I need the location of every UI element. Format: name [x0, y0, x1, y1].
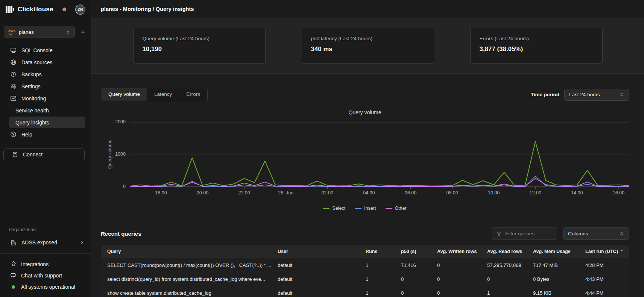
table-row[interactable]: show create table system.distributed_cac… [101, 286, 629, 297]
sidebar-top: ClickHouse ZN [0, 3, 91, 16]
chevron-updown-icon [619, 92, 624, 97]
table-cell: 4:28 PM [585, 262, 629, 268]
table-cell: 1 [366, 262, 401, 268]
notification-dot [62, 8, 66, 11]
connect-button[interactable]: Connect [3, 148, 85, 160]
sidebar: ClickHouse ZN aws planes SQL Console Dat… [0, 0, 91, 297]
gridline [130, 122, 629, 123]
time-period-select[interactable]: Last 24 hours [564, 89, 629, 101]
organization-row[interactable]: ADSB.exposed [9, 237, 85, 248]
x-tick-mark [452, 187, 453, 189]
chevron-updown-icon [619, 231, 624, 236]
x-tick-label: 12:00 [530, 190, 541, 195]
chat-icon [10, 273, 16, 279]
sidebar-item-label: Help [21, 132, 32, 138]
legend-item-insert[interactable]: Insert [355, 206, 376, 211]
sidebar-nav: SQL Console Data sources Backups Setting… [0, 44, 91, 141]
table-cell: 1 [366, 290, 401, 296]
sidebar-divider [0, 253, 91, 254]
sidebar-item-chat-support[interactable]: Chat with support [9, 270, 85, 281]
sidebar-item-label: Backups [21, 71, 42, 77]
y-tick-label: 0 [101, 184, 126, 189]
avatar[interactable]: ZN [75, 5, 85, 15]
table-cell: 0 Bytes [533, 276, 585, 282]
building-icon [10, 239, 17, 246]
x-tick-mark [410, 187, 411, 189]
help-icon [10, 131, 17, 138]
main-area: planes - Monitoring / Query insights Que… [91, 0, 644, 297]
x-tick-mark [618, 187, 619, 189]
legend-swatch [386, 208, 392, 209]
column-header[interactable]: Runs [366, 249, 401, 254]
chart-title: Query volume [101, 109, 629, 115]
legend-item-select[interactable]: Select [323, 206, 345, 211]
recent-queries-header: Recent queries Columns [101, 227, 629, 240]
series-line-other [130, 179, 629, 187]
stat-card-query-volume: Query volume (Last 24 hours) 10,190 [133, 28, 266, 64]
table-cell: SELECT CAST(round(pow(count() / max(coun… [101, 262, 278, 268]
x-tick-label: 02:00 [322, 190, 333, 195]
sidebar-item-backups[interactable]: Backups [9, 68, 85, 80]
globe-icon [10, 59, 17, 65]
time-period-control: Time period Last 24 hours [531, 89, 629, 101]
y-tick-label: 2000 [101, 119, 126, 124]
tab-latency[interactable]: Latency [147, 88, 179, 101]
stat-label: Errors (Last 24 hours) [480, 36, 593, 41]
column-header[interactable]: User [278, 249, 366, 254]
table-cell: 0 [437, 262, 487, 268]
sidebar-item-label: Monitoring [21, 95, 46, 102]
table-cell: default [278, 276, 366, 282]
column-header[interactable]: Query [101, 249, 278, 254]
sidebar-item-system-status[interactable]: All systems operational [9, 281, 85, 292]
columns-select[interactable]: Columns [563, 227, 629, 240]
aws-icon: aws [8, 29, 15, 35]
organization-name: ADSB.exposed [21, 239, 57, 245]
stat-value: 10,190 [143, 45, 256, 53]
table-row[interactable]: SELECT CAST(round(pow(count() / max(coun… [101, 258, 629, 272]
legend-swatch [323, 208, 330, 209]
sidebar-item-data-sources[interactable]: Data sources [9, 56, 85, 68]
stats-band: Query volume (Last 24 hours) 10,190 p50 … [91, 18, 644, 74]
x-tick-mark [161, 187, 161, 189]
table-cell: 9.15 KiB [533, 290, 585, 296]
column-header[interactable]: Avg. Mem Usage [533, 249, 585, 254]
sidebar-item-sql-console[interactable]: SQL Console [9, 44, 85, 56]
table-cell: show create table system.distributed_cac… [101, 290, 278, 296]
x-tick-label: 04:00 [363, 190, 375, 195]
sliders-icon [10, 83, 17, 89]
chart-icon [10, 95, 17, 102]
sidebar-item-label: SQL Console [21, 47, 53, 53]
legend-item-other[interactable]: Other [386, 206, 406, 211]
add-service-button[interactable] [79, 29, 87, 36]
chart-legend: SelectInsertOther [101, 206, 629, 211]
column-header[interactable]: p50 (s) [401, 249, 437, 254]
sidebar-item-query-insights[interactable]: Query insights [9, 117, 85, 128]
table-row[interactable]: select distrinct(query_id) from system.d… [101, 272, 629, 286]
breadcrumb: planes - Monitoring / Query insights [101, 6, 194, 12]
sidebar-item-monitoring[interactable]: Monitoring [9, 92, 85, 104]
column-header[interactable]: Avg. Read rows [487, 249, 533, 254]
chart: Query volume 18:0020:0022:0028. Jun02:00… [101, 118, 629, 199]
sidebar-item-service-health[interactable]: Service health [9, 105, 85, 116]
brand-title: ClickHouse [18, 6, 53, 13]
chevron-updown-icon [65, 30, 70, 35]
puzzle-icon [10, 261, 16, 267]
column-header[interactable]: Avg. Written rows [437, 249, 487, 254]
sidebar-item-integrations[interactable]: Integrations [9, 259, 85, 270]
table-cell: default [278, 262, 366, 268]
y-tick-label: 1000 [101, 152, 126, 157]
tab-query-volume[interactable]: Query volume [101, 88, 147, 101]
table-cell: 0 [437, 276, 487, 282]
table-cell: 4:44 PM [585, 290, 629, 296]
stat-value: 340 ms [311, 45, 425, 53]
legend-label: Other [395, 206, 406, 211]
x-tick-label: 16:00 [613, 190, 624, 195]
tab-errors[interactable]: Errors [179, 88, 207, 101]
sidebar-item-help[interactable]: Help [9, 129, 85, 140]
sidebar-item-label: Data sources [21, 59, 52, 65]
footer-item-label: Integrations [21, 261, 49, 267]
sidebar-item-settings[interactable]: Settings [9, 80, 85, 92]
column-header[interactable]: Last run (UTC)⌃ [585, 249, 629, 254]
service-selector[interactable]: aws planes [4, 26, 75, 38]
filter-queries-input[interactable] [505, 231, 552, 236]
